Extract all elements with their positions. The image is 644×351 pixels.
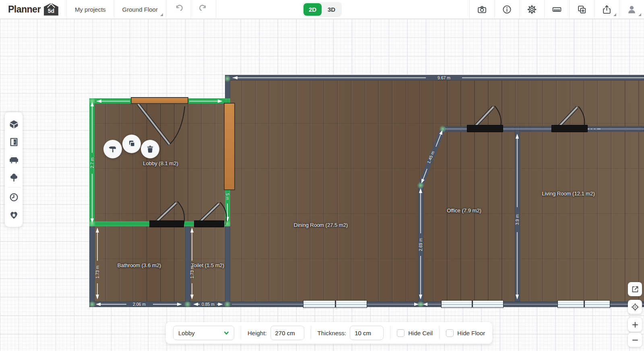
redo-icon: [198, 4, 208, 15]
floor-selector[interactable]: Ground Floor: [114, 0, 166, 19]
sidebar-item-outdoor[interactable]: [5, 168, 23, 186]
wall-office-living-divider[interactable]: [515, 126, 520, 301]
view-mode-toggle: 2D 3D: [302, 2, 342, 17]
room-properties-panel: Lobby Height: Thickness: Hide Ceil Hide …: [166, 322, 492, 344]
logo-house-icon: 5d: [44, 3, 58, 16]
door-icon: [9, 137, 19, 147]
hide-floor-label: Hide Floor: [457, 330, 485, 336]
chevron-down-icon: [224, 330, 229, 336]
center-view-button[interactable]: [628, 300, 642, 314]
window-dining-2[interactable]: [336, 300, 367, 308]
avatar-icon: [627, 4, 637, 15]
zoom-in-button[interactable]: [628, 318, 642, 332]
room-area-dining-block[interactable]: [228, 78, 644, 304]
furniture-shelf-lobby-top[interactable]: [131, 97, 188, 104]
heart-home-icon: [9, 210, 19, 220]
duplicate-icon: [127, 139, 136, 149]
sidebar-item-furniture[interactable]: [5, 151, 23, 168]
sofa-icon: [9, 155, 19, 165]
info-button[interactable]: [494, 0, 519, 19]
logo-text: Planner: [8, 4, 41, 15]
clock-icon: [9, 192, 19, 202]
snapshot-button[interactable]: [469, 0, 494, 19]
trash-icon: [145, 144, 155, 154]
wall-bathroom-left[interactable]: [89, 226, 95, 301]
door-office[interactable]: [467, 125, 503, 132]
door-lobby-toilet[interactable]: [194, 220, 224, 227]
app-logo[interactable]: Planner 5d: [0, 0, 67, 19]
dropdown-corner-icon: [638, 13, 641, 16]
wall-office-left[interactable]: [418, 183, 423, 301]
wall-toilet-right[interactable]: [225, 226, 230, 301]
share-button[interactable]: [594, 0, 619, 19]
duplicate-room-button[interactable]: [122, 135, 141, 153]
sidebar-item-favorites[interactable]: [5, 206, 23, 224]
settings-button[interactable]: [519, 0, 544, 19]
gear-icon: [527, 4, 537, 15]
undo-icon: [173, 4, 184, 15]
redo-button[interactable]: [191, 0, 216, 19]
undo-button[interactable]: [166, 0, 191, 19]
panel-divider: [390, 326, 390, 340]
duplicate-button[interactable]: [569, 0, 594, 19]
wall-bathroom-toilet-divider[interactable]: [185, 226, 190, 301]
window-living-1[interactable]: [557, 300, 584, 308]
wall-dining-top[interactable]: [225, 75, 644, 81]
wall-dining-left-upper[interactable]: [225, 75, 230, 101]
delete-room-button[interactable]: [141, 140, 159, 158]
locate-icon: [631, 303, 640, 312]
height-input[interactable]: [270, 326, 304, 340]
thickness-label: Thickness:: [318, 330, 347, 336]
hide-floor-checkbox[interactable]: Hide Floor: [446, 329, 485, 337]
tree-icon: [9, 172, 19, 183]
checkbox-box[interactable]: [446, 329, 454, 337]
window-office-1[interactable]: [441, 300, 472, 308]
hide-ceil-label: Hide Ceil: [408, 330, 433, 336]
panel-divider: [439, 326, 440, 340]
open-external-icon: [631, 285, 640, 294]
ruler-icon: [552, 4, 562, 15]
paint-roller-icon: [108, 144, 118, 154]
checkbox-box[interactable]: [397, 329, 405, 337]
door-living-room[interactable]: [551, 125, 588, 132]
toggle-2d-button[interactable]: 2D: [303, 3, 322, 16]
furniture-cabinet-lobby-right[interactable]: [224, 103, 235, 190]
sidebar-divider: [7, 187, 20, 187]
top-toolbar: Planner 5d My projects Ground Floor 2D 3…: [0, 0, 644, 19]
thickness-input[interactable]: [350, 326, 384, 340]
hide-ceil-checkbox[interactable]: Hide Ceil: [397, 329, 433, 337]
measure-button[interactable]: [544, 0, 569, 19]
info-icon: [502, 4, 512, 15]
plan-canvas[interactable]: Lobby (8.1 m2) Bathroom (3.6 m2) Toilet …: [0, 19, 644, 351]
account-button[interactable]: [619, 0, 644, 19]
sidebar-item-doors-windows[interactable]: [5, 133, 23, 151]
camera-icon: [477, 4, 487, 15]
dropdown-corner-icon: [613, 13, 616, 16]
dropdown-corner-icon: [160, 13, 163, 16]
sidebar-item-history[interactable]: [5, 188, 23, 206]
room-select-value: Lobby: [178, 330, 195, 336]
copy-plus-icon: [577, 4, 587, 15]
room-area-lobby-block[interactable]: [92, 101, 228, 304]
toggle-3d-button[interactable]: 3D: [322, 3, 341, 16]
sidebar-item-rooms[interactable]: [5, 115, 23, 133]
my-projects-button[interactable]: My projects: [67, 0, 114, 19]
window-office-2[interactable]: [473, 300, 504, 308]
door-lobby-bathroom[interactable]: [149, 220, 184, 227]
share-icon: [602, 4, 612, 15]
panel-divider: [241, 326, 241, 340]
room-select[interactable]: Lobby: [173, 326, 234, 340]
catalog-sidebar: [5, 112, 23, 227]
window-living-2[interactable]: [584, 300, 610, 308]
height-label: Height:: [248, 330, 267, 336]
zoom-out-button[interactable]: [628, 333, 642, 347]
room-cube-icon: [9, 119, 19, 129]
open-external-button[interactable]: [628, 282, 642, 296]
plus-icon: [631, 320, 640, 329]
minus-icon: [631, 336, 640, 345]
panel-divider: [311, 326, 311, 340]
paint-room-button[interactable]: [103, 140, 122, 158]
wall-lobby-left-selected[interactable]: [89, 98, 95, 226]
window-dining-1[interactable]: [303, 300, 335, 308]
